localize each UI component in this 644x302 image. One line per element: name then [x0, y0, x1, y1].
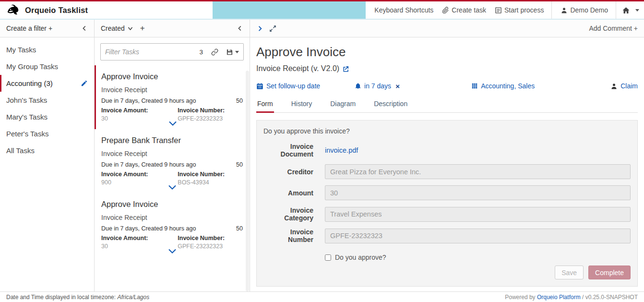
collapse-detail-chevron-right-icon[interactable]: [256, 25, 263, 32]
task-card-approve-invoice-2[interactable]: Approve Invoice Invoice Receipt Due in 7…: [95, 193, 250, 257]
user-name: Demo Demo: [570, 6, 608, 14]
save-button[interactable]: Save: [555, 266, 584, 279]
filter-label: All Tasks: [6, 146, 35, 155]
create-filter-button[interactable]: Create a filter +: [6, 24, 52, 32]
app-root: Orqueio Tasklist Keyboard Shortcuts Crea…: [0, 0, 644, 302]
home-menu[interactable]: [622, 6, 639, 14]
filter-item-peters-tasks[interactable]: Peter's Tasks: [0, 125, 94, 142]
filter-label: Mary's Tasks: [6, 113, 48, 121]
task-priority: 50: [236, 225, 243, 232]
timezone-prefix: Date and Time displayed in local timezon…: [6, 294, 117, 301]
task-process: Invoice Receipt: [101, 86, 243, 94]
user-menu[interactable]: Demo Demo: [561, 6, 608, 14]
due-date-label: in 7 days: [364, 82, 391, 90]
copy-link-icon[interactable]: [211, 48, 218, 56]
filter-item-marys-tasks[interactable]: Mary's Tasks: [0, 109, 94, 125]
filter-item-my-group-tasks[interactable]: My Group Tasks: [0, 58, 94, 75]
task-detail-title: Approve Invoice: [256, 45, 638, 60]
timezone-note: Date and Time displayed in local timezon…: [6, 294, 149, 301]
task-list-head: Created +: [95, 20, 250, 37]
top-navbar: Orqueio Tasklist Keyboard Shortcuts Crea…: [0, 0, 644, 20]
header-highlight-strip: [213, 1, 366, 19]
sort-by-button[interactable]: Created: [101, 24, 133, 32]
filter-tasks-input[interactable]: [105, 48, 197, 56]
start-process-button[interactable]: Start process: [495, 6, 544, 14]
task-title: Approve Invoice: [101, 200, 243, 209]
version-label: / v0.25.0-SNAPSHOT: [581, 294, 638, 301]
filter-item-johns-tasks[interactable]: John's Tasks: [0, 92, 94, 109]
task-card-prepare-bank-transfer[interactable]: Prepare Bank Transfer Invoice Receipt Du…: [95, 129, 250, 193]
filter-label: Peter's Tasks: [6, 130, 48, 138]
expand-variables-chevron-down-icon[interactable]: [168, 249, 176, 254]
fullscreen-diagonal-arrows-icon[interactable]: [269, 25, 276, 32]
expand-variables-chevron-down-icon[interactable]: [169, 121, 177, 126]
app-title: Orqueio Tasklist: [25, 6, 88, 15]
number-value: BOS-43934: [178, 179, 243, 186]
task-count: 3: [199, 48, 203, 56]
approve-checkbox-row: Do you approve?: [325, 254, 631, 261]
number-label: Invoice Number:: [178, 107, 243, 114]
due-date-button[interactable]: in 7 days: [355, 82, 391, 90]
filter-item-accounting[interactable]: Accounting (3): [0, 75, 94, 92]
form-question: Do you approve this invoice?: [263, 127, 631, 135]
add-comment-button[interactable]: Add Comment +: [589, 24, 638, 32]
expand-variables-chevron-down-icon[interactable]: [168, 185, 176, 190]
tab-description[interactable]: Description: [373, 97, 408, 112]
groups-button[interactable]: Accounting, Sales: [471, 82, 535, 90]
amount-field[interactable]: [325, 185, 631, 200]
sort-direction-chevron-down-icon: [127, 25, 133, 32]
detail-body: Approve Invoice Invoice Receipt (v. V2.0…: [250, 37, 644, 291]
create-task-button[interactable]: Create task: [442, 6, 486, 14]
number-value: GPFE-23232323: [178, 115, 243, 122]
collapse-tasklist-chevron-left-icon[interactable]: [237, 25, 243, 32]
filters-head: Create a filter +: [0, 20, 94, 37]
creditor-field[interactable]: [325, 164, 631, 179]
create-task-label: Create task: [452, 6, 486, 14]
invoice-number-field[interactable]: [325, 229, 631, 243]
task-card-approve-invoice-1[interactable]: Approve Invoice Invoice Receipt Due in 7…: [95, 65, 250, 129]
task-priority: 50: [236, 161, 243, 168]
filter-label: My Group Tasks: [6, 62, 58, 71]
tab-diagram[interactable]: Diagram: [329, 97, 357, 112]
invoice-category-field[interactable]: [325, 207, 631, 222]
task-cards: Approve Invoice Invoice Receipt Due in 7…: [95, 65, 250, 291]
invoice-pdf-link[interactable]: invoice.pdf: [325, 146, 358, 154]
grid-icon: [471, 83, 478, 89]
edit-filter-pencil-icon[interactable]: [81, 80, 88, 87]
amount-value: 30: [101, 243, 178, 250]
timezone-value: Africa/Lagos: [117, 294, 149, 301]
sort-label: Created: [101, 24, 125, 32]
task-action-row: Set follow-up date in 7 days × Accountin: [256, 82, 638, 90]
external-link-icon[interactable]: [342, 65, 349, 72]
footer: Date and Time displayed in local timezon…: [0, 291, 644, 302]
calendar-icon: [256, 83, 263, 90]
amount-label: Invoice Amount:: [101, 171, 178, 178]
brand: Orqueio Tasklist: [0, 1, 213, 19]
complete-button[interactable]: Complete: [588, 266, 631, 279]
set-followup-date-button[interactable]: Set follow-up date: [256, 82, 320, 90]
start-process-icon: [495, 7, 502, 14]
platform-link[interactable]: Orqueio Platform: [537, 294, 581, 301]
approve-checkbox[interactable]: [325, 254, 331, 261]
add-sort-button[interactable]: +: [140, 24, 145, 33]
process-definition-label: Invoice Receipt (v. V2.0): [256, 64, 339, 73]
filter-item-my-tasks[interactable]: My Tasks: [0, 41, 94, 58]
task-meta: Due in 7 days, Created 9 hours ago: [101, 225, 196, 232]
save-filter-button[interactable]: [222, 48, 239, 56]
claim-button[interactable]: Claim: [610, 82, 638, 90]
number-label: Invoice Number:: [178, 171, 243, 178]
tab-history[interactable]: History: [290, 97, 313, 112]
main-area: Create a filter + My Tasks My Group Task…: [0, 20, 644, 291]
filter-item-all-tasks[interactable]: All Tasks: [0, 142, 94, 159]
amount-label: Invoice Amount:: [101, 235, 178, 242]
tasklist-scrollbar[interactable]: [246, 71, 249, 291]
keyboard-shortcuts-link[interactable]: Keyboard Shortcuts: [374, 6, 433, 14]
task-priority: 50: [236, 97, 243, 104]
amount-label: Invoice Amount:: [101, 107, 178, 114]
collapse-filters-chevron-left-icon[interactable]: [81, 25, 88, 32]
groups-label: Accounting, Sales: [481, 82, 535, 90]
set-followup-label: Set follow-up date: [266, 82, 320, 90]
remove-due-x-icon[interactable]: ×: [395, 83, 400, 90]
filters-sidebar: Create a filter + My Tasks My Group Task…: [0, 20, 95, 291]
tab-form[interactable]: Form: [256, 97, 274, 113]
